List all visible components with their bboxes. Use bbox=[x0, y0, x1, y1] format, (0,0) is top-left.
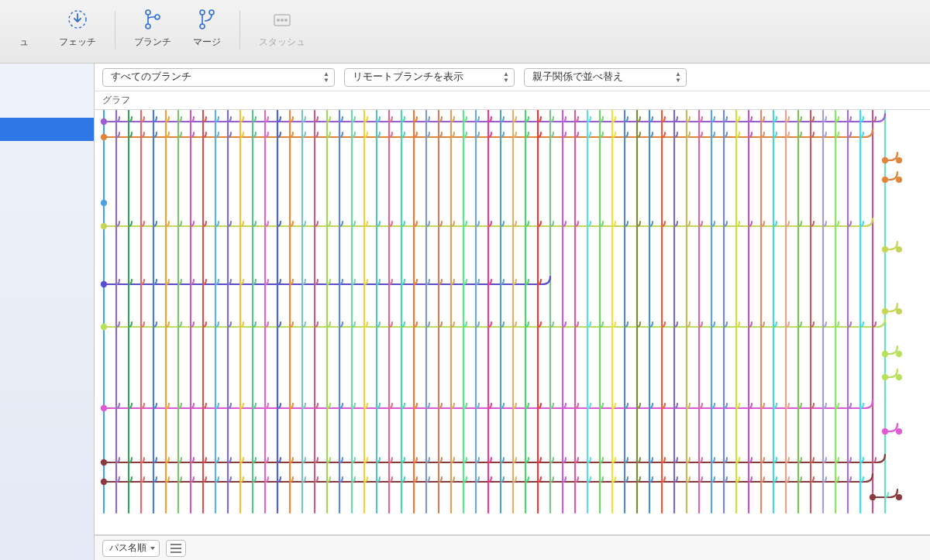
commit-graph[interactable] bbox=[95, 110, 930, 535]
svg-point-102 bbox=[101, 459, 107, 466]
sort-order-dropdown[interactable]: 親子関係で並べ替え ▲▼ bbox=[524, 68, 687, 87]
svg-point-75 bbox=[101, 119, 107, 125]
filter-bar: すべてのブランチ ▲▼ リモートブランチを表示 ▲▼ 親子関係で並べ替え ▲▼ bbox=[95, 64, 930, 91]
toolbar-separator bbox=[239, 11, 240, 50]
toolbar-merge-label: マージ bbox=[193, 36, 221, 49]
stash-icon bbox=[269, 6, 295, 33]
svg-point-98 bbox=[101, 405, 107, 411]
graph-column-header: グラフ bbox=[95, 91, 930, 110]
branch-filter-label: すべてのブランチ bbox=[111, 70, 191, 84]
svg-point-112 bbox=[896, 351, 902, 357]
svg-point-106 bbox=[870, 494, 876, 500]
svg-point-92 bbox=[101, 324, 107, 330]
svg-point-86 bbox=[882, 246, 888, 253]
list-icon bbox=[170, 544, 181, 553]
graph-header-label: グラフ bbox=[102, 94, 130, 107]
main-area: すべてのブランチ ▲▼ リモートブランチを表示 ▲▼ 親子関係で並べ替え ▲▼ … bbox=[95, 64, 930, 560]
branch-filter-dropdown[interactable]: すべてのブランチ ▲▼ bbox=[102, 68, 335, 87]
svg-point-10 bbox=[284, 19, 288, 22]
top-toolbar: ュ フェッチ ブランチ マージ スタッシュ bbox=[0, 0, 930, 64]
path-sort-dropdown[interactable]: パス名順 bbox=[102, 540, 160, 557]
svg-point-113 bbox=[896, 374, 902, 380]
remote-filter-label: リモートブランチを表示 bbox=[353, 70, 463, 84]
svg-point-83 bbox=[101, 200, 107, 206]
sort-order-label: 親子関係で並べ替え bbox=[532, 70, 623, 84]
svg-point-114 bbox=[896, 428, 902, 435]
svg-point-9 bbox=[281, 19, 284, 22]
svg-point-1 bbox=[146, 10, 150, 15]
svg-point-8 bbox=[277, 19, 280, 22]
toolbar-pull-label: ュ bbox=[19, 36, 29, 49]
svg-point-115 bbox=[896, 494, 902, 500]
updown-caret-icon: ▲▼ bbox=[323, 71, 329, 84]
bottom-bar: パス名順 bbox=[95, 535, 930, 560]
svg-point-104 bbox=[101, 479, 107, 485]
updown-caret-icon: ▲▼ bbox=[675, 71, 681, 84]
svg-point-111 bbox=[896, 308, 902, 314]
remote-filter-dropdown[interactable]: リモートブランチを表示 ▲▼ bbox=[344, 68, 515, 87]
toolbar-branch-label: ブランチ bbox=[134, 36, 171, 49]
sidebar-selected-item[interactable] bbox=[0, 118, 94, 141]
svg-point-79 bbox=[882, 157, 888, 163]
svg-point-100 bbox=[882, 428, 888, 435]
toolbar-fetch[interactable]: フェッチ bbox=[48, 6, 107, 49]
svg-point-94 bbox=[882, 351, 888, 357]
path-sort-label: パス名順 bbox=[109, 541, 146, 555]
toolbar-pull-truncated[interactable]: ュ bbox=[0, 6, 48, 49]
svg-point-108 bbox=[896, 157, 902, 163]
branch-icon bbox=[140, 6, 166, 33]
toolbar-separator bbox=[115, 11, 115, 50]
svg-point-90 bbox=[882, 308, 888, 314]
list-view-button[interactable] bbox=[166, 540, 186, 557]
svg-point-109 bbox=[896, 177, 902, 183]
svg-point-3 bbox=[155, 15, 160, 19]
svg-point-84 bbox=[101, 223, 107, 229]
updown-caret-icon: ▲▼ bbox=[503, 71, 509, 84]
toolbar-merge[interactable]: マージ bbox=[182, 6, 232, 49]
svg-point-5 bbox=[200, 24, 205, 29]
svg-point-4 bbox=[200, 10, 205, 15]
toolbar-branch[interactable]: ブランチ bbox=[123, 6, 182, 49]
svg-point-77 bbox=[101, 134, 107, 140]
toolbar-fetch-label: フェッチ bbox=[59, 36, 96, 49]
svg-point-110 bbox=[896, 246, 902, 253]
toolbar-stash-label: スタッシュ bbox=[259, 36, 305, 49]
svg-point-81 bbox=[882, 177, 888, 183]
svg-point-88 bbox=[101, 281, 107, 287]
fetch-icon bbox=[64, 6, 91, 33]
svg-point-96 bbox=[882, 374, 888, 380]
toolbar-stash[interactable]: スタッシュ bbox=[248, 6, 316, 49]
sidebar bbox=[0, 64, 95, 560]
svg-point-2 bbox=[146, 24, 150, 29]
merge-icon bbox=[194, 6, 220, 33]
svg-point-6 bbox=[209, 10, 214, 15]
